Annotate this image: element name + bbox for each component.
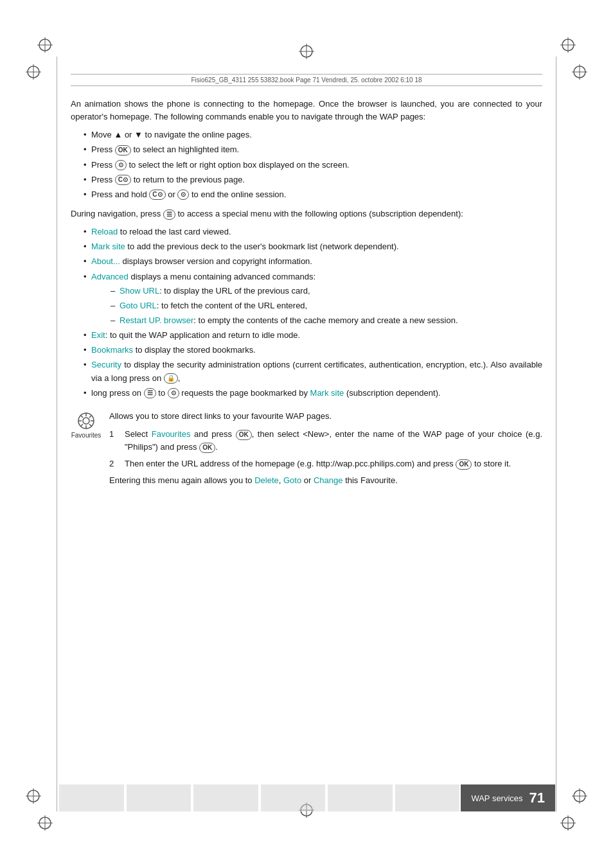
reg-mark-left-top: [26, 64, 41, 80]
deco-block-1: [59, 784, 124, 811]
favourites-step-1: 1 Select Favourites and press OK, then s…: [109, 428, 542, 454]
content-area: Fisio625_GB_4311 255 53832.book Page 71 …: [71, 74, 542, 794]
svg-line-9: [81, 415, 84, 418]
reload-link[interactable]: Reload: [91, 227, 118, 236]
ok-key-2: OK: [236, 430, 252, 440]
menu-bullet-security: Security to display the security adminis…: [84, 359, 542, 384]
favourites-outro: Entering this menu again allows you to D…: [109, 474, 542, 487]
favourites-link-1[interactable]: Favourites: [152, 429, 191, 439]
goto-link[interactable]: Goto: [283, 475, 301, 485]
svg-line-12: [81, 424, 84, 427]
delete-link[interactable]: Delete: [254, 475, 279, 485]
favourites-intro: Allows you to store direct links to your…: [109, 410, 542, 423]
deco-block-4: [261, 784, 326, 811]
nav-bullets-list: Move ▲ or ▼ to navigate the online pages…: [84, 128, 542, 201]
menu-bullet-longpress: long press on ☰ to ⊙ requests the page b…: [84, 387, 542, 400]
nav-bullet-1: Move ▲ or ▼ to navigate the online pages…: [84, 128, 542, 141]
gotourl-link[interactable]: Goto URL: [120, 301, 157, 310]
nav-bullet-4: Press C⊙ to return to the previous page.: [84, 173, 542, 186]
during-nav-paragraph: During navigation, press ☰ to access a s…: [71, 208, 542, 220]
menu-key: ☰: [163, 209, 175, 220]
file-info-bar: Fisio625_GB_4311 255 53832.book Page 71 …: [71, 74, 542, 86]
menu-bullet-advanced: Advanced displays a menu containing adva…: [84, 270, 542, 328]
longpress-key2: ⊙: [168, 388, 179, 398]
restart-link[interactable]: Restart UP. browser: [120, 315, 193, 325]
page-number: 71: [529, 790, 545, 806]
advanced-sub-list: Show URL: to display the URL of the prev…: [111, 285, 542, 327]
sub-bullet-gotourl: Goto URL: to fetch the content of the UR…: [111, 299, 542, 312]
favourites-icon-block: Favourites: [71, 410, 102, 439]
sub-bullet-restart: Restart UP. browser: to empty the conten…: [111, 314, 542, 327]
menu-bullet-marksite: Mark site to add the previous deck to th…: [84, 240, 542, 253]
menu-bullet-exit: Exit: to quit the WAP application and re…: [84, 329, 542, 342]
reg-mark-top-right: [560, 37, 576, 53]
reg-mark-right-top: [572, 64, 587, 80]
reg-mark-bottom-left: [37, 815, 53, 831]
reg-mark-top-left: [37, 37, 53, 53]
menu-bullets-list: Reload to reload the last card viewed. M…: [84, 226, 542, 400]
ok-key-4: OK: [456, 459, 472, 470]
favourites-step-2: 2 Then enter the URL address of the home…: [109, 457, 542, 470]
ok-key-3: OK: [199, 443, 215, 453]
nav-bullet-2: Press OK to select an highlighted item.: [84, 143, 542, 156]
deco-block-5: [328, 784, 393, 811]
advanced-link[interactable]: Advanced: [91, 272, 129, 281]
back-key: C⊙: [115, 175, 131, 185]
side-line-left: [57, 57, 57, 811]
exit-link[interactable]: Exit: [91, 330, 105, 340]
nav-bullet-5: Press and hold C⊙ or ⊙ to end the online…: [84, 188, 542, 201]
hold-key2: ⊙: [177, 190, 189, 200]
favourites-icon: [76, 411, 96, 430]
bookmarks-link[interactable]: Bookmarks: [91, 345, 133, 355]
page-label-block: WAP services 71: [461, 784, 555, 811]
change-link[interactable]: Change: [314, 475, 343, 485]
reg-mark-bottom-right: [560, 815, 576, 831]
longpress-key1: ☰: [144, 388, 156, 398]
favourites-section: Favourites Allows you to store direct li…: [71, 410, 542, 493]
ok-key: OK: [115, 145, 131, 155]
marksite-link[interactable]: Mark site: [91, 242, 125, 251]
bottom-bar: WAP services 71: [0, 784, 613, 811]
menu-bullet-reload: Reload to reload the last card viewed.: [84, 226, 542, 238]
hold-key1: C⊙: [149, 190, 165, 200]
step-num-1: 1: [109, 428, 114, 441]
deco-block-6: [395, 784, 460, 811]
sub-bullet-showurl: Show URL: to display the URL of the prev…: [111, 285, 542, 297]
marksite2-link[interactable]: Mark site: [310, 388, 344, 398]
security-key: 🔒: [164, 373, 178, 384]
svg-line-11: [89, 415, 92, 418]
svg-point-4: [83, 418, 89, 424]
security-link[interactable]: Security: [91, 360, 121, 369]
reg-mark-center-top: [299, 44, 314, 61]
side-line-right: [556, 57, 556, 811]
deco-block-2: [127, 784, 191, 811]
step-num-2: 2: [109, 457, 114, 470]
menu-bullet-bookmarks: Bookmarks to display the stored bookmark…: [84, 344, 542, 357]
opt-key: ⊙: [115, 160, 127, 170]
favourites-label: Favourites: [71, 432, 102, 439]
nav-bullet-3: Press ⊙ to select the left or right opti…: [84, 159, 542, 172]
section-label: WAP services: [471, 793, 522, 803]
deco-block-3: [193, 784, 258, 811]
favourites-steps-list: 1 Select Favourites and press OK, then s…: [109, 428, 542, 470]
showurl-link[interactable]: Show URL: [120, 286, 159, 296]
menu-bullet-about: About... displays browser version and co…: [84, 255, 542, 268]
about-link[interactable]: About...: [91, 256, 120, 266]
intro-paragraph: An animation shows the phone is connecti…: [71, 98, 542, 123]
favourites-content: Allows you to store direct links to your…: [109, 410, 542, 493]
svg-line-10: [89, 424, 92, 427]
